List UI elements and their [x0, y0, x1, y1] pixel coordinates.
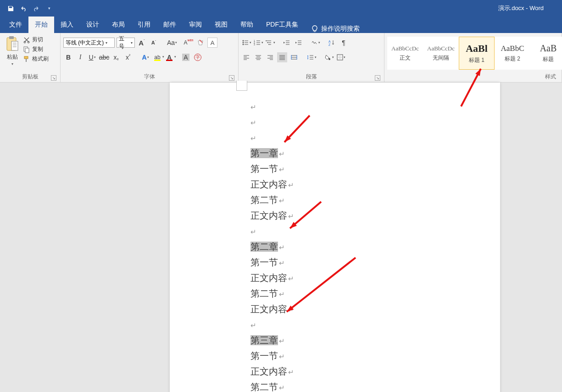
- line-text: 第二节: [250, 195, 278, 205]
- text-line[interactable]: 第二章↵: [250, 239, 500, 255]
- text-line[interactable]: 正文内容↵: [250, 177, 500, 193]
- tab-开始[interactable]: 开始: [28, 17, 54, 33]
- page-content[interactable]: ↵↵↵第一章↵第一节↵正文内容↵第二节↵正文内容↵↵第二章↵第一节↵正文内容↵第…: [170, 83, 500, 392]
- line-spacing-button[interactable]: ▾: [306, 52, 317, 62]
- clear-formatting-button[interactable]: [195, 38, 206, 48]
- highlight-button[interactable]: ab▾: [152, 52, 162, 62]
- undo-button[interactable]: [17, 2, 29, 14]
- bold-button[interactable]: B: [63, 52, 73, 62]
- font-launcher[interactable]: ↘: [229, 75, 234, 81]
- paragraph-mark-icon: ↵: [288, 181, 294, 189]
- change-case-button[interactable]: Aa▾: [167, 38, 177, 48]
- group-font: 等线 (中文正文)▾ 五号▾ Aˆ Aˇ Aa▾ Awén A B I U▾ a…: [61, 33, 239, 82]
- underline-button[interactable]: U▾: [87, 52, 97, 62]
- bullets-button[interactable]: ▾: [241, 38, 251, 48]
- tab-帮助[interactable]: 帮助: [234, 17, 260, 33]
- align-right-button[interactable]: [265, 52, 275, 62]
- distributed-button[interactable]: [289, 52, 299, 62]
- svg-rect-6: [25, 48, 29, 53]
- line-text: 第一节: [250, 257, 278, 267]
- style-标题 2[interactable]: AaBbC标题 2: [495, 37, 530, 70]
- paragraph-launcher[interactable]: ↘: [375, 75, 380, 81]
- character-shading-button[interactable]: A: [181, 52, 191, 62]
- font-color-button[interactable]: A▾: [164, 52, 174, 62]
- text-line[interactable]: 正文内容↵: [250, 364, 500, 380]
- ruler-indent-marker[interactable]: [236, 81, 247, 91]
- blank-line[interactable]: ↵: [250, 115, 500, 130]
- page[interactable]: ↵↵↵第一章↵第一节↵正文内容↵第二节↵正文内容↵↵第二章↵第一节↵正文内容↵第…: [170, 83, 500, 392]
- tab-布局[interactable]: 布局: [106, 17, 131, 33]
- superscript-button[interactable]: x²: [123, 52, 133, 62]
- text-effects-button[interactable]: A▾: [140, 52, 150, 62]
- font-name-select[interactable]: 等线 (中文正文)▾: [63, 38, 115, 48]
- clipboard-launcher[interactable]: ↘: [51, 75, 56, 81]
- italic-button[interactable]: I: [75, 52, 85, 62]
- tab-PDF工具集[interactable]: PDF工具集: [260, 17, 305, 33]
- tab-审阅[interactable]: 审阅: [183, 17, 208, 33]
- text-line[interactable]: 第一节↵: [250, 255, 500, 271]
- save-button[interactable]: [5, 2, 17, 14]
- redo-button[interactable]: [30, 2, 42, 14]
- grow-font-button[interactable]: Aˆ: [137, 38, 147, 48]
- show-marks-button[interactable]: ¶: [339, 38, 349, 48]
- decrease-indent-button[interactable]: [282, 38, 292, 48]
- numbering-button[interactable]: 123▾: [253, 38, 263, 48]
- character-border-button[interactable]: A: [207, 38, 217, 48]
- copy-button[interactable]: 复制: [23, 45, 49, 53]
- strikethrough-button[interactable]: abc: [99, 52, 109, 62]
- font-size-select[interactable]: 五号▾: [117, 38, 135, 48]
- text-line[interactable]: 第二节↵: [250, 380, 500, 392]
- text-line[interactable]: 正文内容↵: [250, 302, 500, 317]
- tab-文件[interactable]: 文件: [3, 17, 28, 33]
- cut-button[interactable]: 剪切: [23, 36, 49, 44]
- text-line[interactable]: 第一节↵: [250, 348, 500, 364]
- tab-插入[interactable]: 插入: [54, 17, 80, 33]
- group-clipboard: 粘贴 ▾ 剪切 复制 格式刷 剪贴板↘: [0, 33, 61, 82]
- paragraph-mark-icon: ↵: [279, 259, 285, 267]
- align-center-button[interactable]: [253, 52, 263, 62]
- style-标题 1[interactable]: AaBl标题 1: [459, 37, 495, 70]
- blank-line[interactable]: ↵: [250, 99, 500, 115]
- style-标题[interactable]: AaB标题: [530, 37, 562, 70]
- blank-line[interactable]: ↵: [250, 130, 500, 146]
- tab-设计[interactable]: 设计: [80, 17, 106, 33]
- text-line[interactable]: 第一节↵: [250, 161, 500, 177]
- paragraph-mark-icon: ↵: [279, 337, 285, 345]
- text-line[interactable]: 第一章↵: [250, 146, 500, 161]
- shading-button[interactable]: ▾: [324, 52, 334, 62]
- blank-line[interactable]: ↵: [250, 224, 500, 239]
- tab-邮件[interactable]: 邮件: [157, 17, 183, 33]
- page-viewport[interactable]: ↵↵↵第一章↵第一节↵正文内容↵第二节↵正文内容↵↵第二章↵第一节↵正文内容↵第…: [170, 83, 562, 392]
- text-line[interactable]: 正文内容↵: [250, 208, 500, 224]
- text-line[interactable]: 第三章↵: [250, 333, 500, 348]
- borders-button[interactable]: ▾: [336, 52, 346, 62]
- style-无间隔[interactable]: AaBbCcDc无间隔: [423, 37, 459, 70]
- paste-button[interactable]: 粘贴 ▾: [3, 35, 22, 66]
- tell-me-search[interactable]: 操作说明搜索: [311, 25, 360, 33]
- window-title: 演示.docx - Word: [498, 0, 544, 17]
- multilevel-list-button[interactable]: ▾: [265, 38, 275, 48]
- increase-indent-button[interactable]: [294, 38, 304, 48]
- enclose-characters-button[interactable]: 字: [193, 52, 203, 62]
- format-painter-button[interactable]: 格式刷: [23, 55, 49, 63]
- blank-line[interactable]: ↵: [250, 317, 500, 333]
- text-line[interactable]: 正文内容↵: [250, 271, 500, 286]
- align-left-button[interactable]: [241, 52, 251, 62]
- sort-button[interactable]: AZ: [327, 38, 337, 48]
- phonetic-guide-button[interactable]: Awén: [184, 38, 194, 48]
- tab-引用[interactable]: 引用: [131, 17, 157, 33]
- subscript-button[interactable]: x₂: [111, 52, 121, 62]
- text-line[interactable]: 第二节↵: [250, 286, 500, 302]
- format-painter-label: 格式刷: [32, 55, 49, 63]
- justify-button[interactable]: [277, 52, 287, 62]
- shrink-font-button[interactable]: Aˇ: [149, 38, 159, 48]
- line-text: 正文内容: [250, 210, 287, 221]
- style-正文[interactable]: AaBbCcDc正文: [387, 37, 423, 70]
- tab-视图[interactable]: 视图: [208, 17, 234, 33]
- ribbon-tabs: 文件开始插入设计布局引用邮件审阅视图帮助PDF工具集操作说明搜索: [0, 17, 562, 33]
- asian-layout-button[interactable]: ▾: [310, 38, 320, 48]
- copy-label: 复制: [32, 45, 43, 53]
- text-line[interactable]: 第二节↵: [250, 193, 500, 208]
- qat-customize-button[interactable]: ▾: [43, 2, 55, 14]
- line-text: 第一节: [250, 351, 278, 361]
